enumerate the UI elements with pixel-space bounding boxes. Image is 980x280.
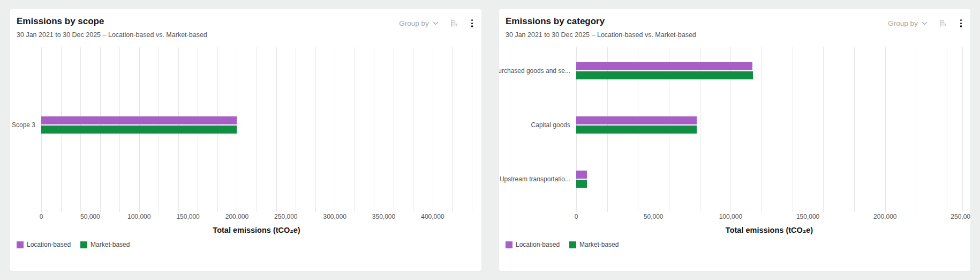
chart-subtitle: 30 Jan 2021 to 30 Dec 2025 – Location-ba… (506, 31, 963, 39)
chart-area: Scope 3 (10, 47, 481, 209)
group-by-label: Group by (888, 19, 918, 27)
y-axis-labels: Purchased goods and se...Capital goodsUp… (499, 47, 576, 209)
gridline (257, 47, 257, 212)
category-label: Upstream transportatio... (500, 175, 570, 183)
chart-subtitle: 30 Jan 2021 to 30 Dec 2025 – Location-ba… (17, 31, 474, 39)
x-tick-label: 0 (575, 213, 578, 220)
x-axis-title: Total emissions (tCO₂e) (41, 226, 472, 234)
x-tick-label: 100,000 (127, 213, 150, 220)
legend-swatch-location-based (17, 241, 24, 248)
legend-label: Location-based (27, 241, 71, 248)
legend-label: Market-based (579, 241, 619, 248)
plot-area (576, 47, 962, 209)
x-tick-label: 150,000 (176, 213, 199, 220)
category-label: Purchased goods and se... (499, 67, 570, 75)
x-axis-title: Total emissions (tCO₂e) (576, 226, 962, 234)
x-tick-label: 350,000 (372, 213, 395, 220)
legend-item-location-based[interactable]: Location-based (17, 241, 71, 248)
bar-location-based[interactable] (576, 171, 587, 179)
card-header: Emissions by scope 30 Jan 2021 to 30 Dec… (17, 16, 474, 42)
y-axis-labels: Scope 3 (10, 47, 41, 209)
x-tick-label: 0 (40, 213, 43, 220)
bar-location-based[interactable] (576, 62, 752, 70)
gridline (854, 47, 855, 212)
group-by-dropdown[interactable]: Group by (399, 19, 439, 27)
gridline (355, 47, 355, 212)
gridline (374, 47, 374, 212)
x-tick-label: 200,000 (225, 213, 248, 220)
chart-area: Purchased goods and se...Capital goodsUp… (499, 47, 970, 209)
gridline (885, 47, 886, 212)
x-axis-ticks: 050,000100,000150,000200,000250,000300,0… (41, 213, 472, 222)
legend-swatch-market-based (569, 241, 576, 248)
bar-market-based[interactable] (41, 126, 237, 134)
legend: Location-based Market-based (17, 241, 130, 248)
gridline (762, 47, 762, 212)
card-header: Emissions by category 30 Jan 2021 to 30 … (506, 16, 963, 42)
x-axis-ticks: 050,000100,000150,000200,000250,000 (576, 213, 962, 222)
horizontal-bar-chart-icon[interactable] (450, 19, 459, 28)
gridline (394, 47, 394, 212)
x-tick-label: 300,000 (323, 213, 346, 220)
card-emissions-by-scope: Emissions by scope 30 Jan 2021 to 30 Dec… (10, 9, 481, 271)
legend-item-market-based[interactable]: Market-based (80, 241, 130, 248)
gridline (296, 47, 296, 212)
legend-label: Location-based (516, 241, 560, 248)
gridline (472, 47, 472, 212)
group-by-dropdown[interactable]: Group by (888, 19, 928, 27)
chevron-down-icon (433, 21, 439, 25)
bar-market-based[interactable] (576, 126, 697, 134)
kebab-menu-icon[interactable] (470, 18, 474, 29)
legend-swatch-location-based (506, 241, 512, 248)
kebab-menu-icon[interactable] (959, 18, 963, 29)
gridline (793, 47, 793, 212)
group-by-label: Group by (399, 19, 429, 27)
category-label: Scope 3 (12, 121, 35, 129)
legend-label: Market-based (91, 241, 130, 248)
gridline (276, 47, 277, 212)
plot-area (41, 47, 472, 209)
gridline (452, 47, 453, 212)
gridline (433, 47, 433, 212)
x-tick-label: 100,000 (719, 213, 742, 220)
gridline (962, 47, 963, 212)
gridline (947, 47, 947, 212)
card-controls: Group by (888, 18, 963, 29)
gridline (335, 47, 335, 212)
gridline (315, 47, 316, 212)
category-label: Capital goods (531, 121, 570, 129)
bar-market-based[interactable] (576, 180, 587, 188)
card-controls: Group by (399, 18, 474, 29)
bar-location-based[interactable] (576, 116, 697, 124)
x-tick-label: 400,000 (421, 213, 444, 220)
x-tick-label: 250,000 (951, 213, 970, 220)
gridline (916, 47, 916, 212)
x-tick-label: 250,000 (274, 213, 297, 220)
legend-swatch-market-based (80, 241, 87, 248)
legend: Location-based Market-based (506, 241, 619, 248)
x-tick-label: 200,000 (873, 213, 896, 220)
gridline (823, 47, 824, 212)
horizontal-bar-chart-icon[interactable] (939, 19, 948, 28)
gridline (413, 47, 413, 212)
x-tick-label: 50,000 (644, 213, 664, 220)
x-tick-label: 50,000 (80, 213, 100, 220)
gridline (237, 47, 237, 212)
bar-market-based[interactable] (576, 71, 753, 79)
legend-item-location-based[interactable]: Location-based (506, 241, 560, 248)
card-emissions-by-category: Emissions by category 30 Jan 2021 to 30 … (499, 9, 970, 271)
legend-item-market-based[interactable]: Market-based (569, 241, 619, 248)
bar-location-based[interactable] (41, 116, 237, 124)
chevron-down-icon (922, 21, 928, 25)
x-tick-label: 150,000 (796, 213, 819, 220)
